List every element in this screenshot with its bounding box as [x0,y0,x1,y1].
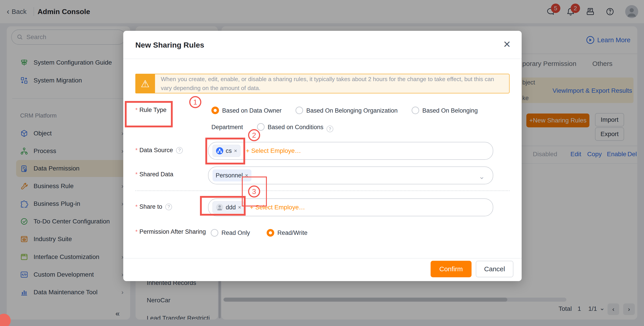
dialog-header-divider [123,58,522,59]
shared-data-label: * Shared Data [135,171,173,178]
radio-option-based-on-data-owner[interactable]: Based on Data Owner [212,107,282,114]
cancel-button[interactable]: Cancel [476,261,513,277]
radio-selected-icon [267,229,274,237]
tag-label: Personnel [216,172,243,179]
annotation-step-1: 1 [189,96,201,108]
annotation-box-rule-type [125,101,173,127]
annotation-step-2: 2 [248,129,260,141]
data-source-label: * Data Source ? [135,147,183,154]
help-icon[interactable]: ? [165,204,172,210]
annotation-step-3: 3 [248,185,260,198]
annotation-box-share-to-tag [200,196,246,216]
radio-icon [296,107,303,114]
help-icon[interactable]: ? [176,147,183,154]
dialog-title: New Sharing Rules [135,41,204,49]
dialog-footer-divider [123,258,522,259]
warning-text: When you create, edit, enable, or disabl… [161,74,501,93]
radio-option-based-on-belonging-organization[interactable]: Based On Belonging Organization [296,107,398,114]
required-asterisk: * [135,203,138,210]
chevron-down-icon: ⌄ [479,172,485,181]
permission-after-sharing-label: * Permission After Sharing [135,228,206,235]
new-sharing-rules-dialog: New Sharing Rules ✕ ⚠ When you create, e… [123,31,522,281]
help-icon[interactable]: ? [326,126,333,132]
select-employee-link[interactable]: + Select Employe… [246,147,301,154]
warning-icon: ⚠ [135,74,155,93]
close-icon[interactable]: ✕ [503,40,511,49]
required-asterisk: * [135,228,138,235]
admin-console-page: ‹ Back Admin Console 5 2 [0,0,644,326]
section-dashed-divider [135,190,510,191]
radio-option-read-only[interactable]: Read Only [211,228,250,237]
required-asterisk: * [135,147,138,154]
radio-option-based-on-conditions[interactable]: Based on Conditions? [257,124,333,130]
radio-icon [412,107,419,114]
confirm-button[interactable]: Confirm [430,261,472,277]
radio-icon [211,229,218,237]
radio-icon [257,123,264,131]
data-source-field[interactable]: cs × + Select Employe… [208,142,493,160]
radio-option-read-write[interactable]: Read/Write [267,228,308,237]
radio-selected-icon [212,107,219,114]
warning-banner: ⚠ When you create, edit, enable, or disa… [135,74,510,93]
share-to-label: * Share to ? [135,203,172,210]
annotation-box-data-source-tag [205,138,245,164]
required-asterisk: * [135,171,138,178]
